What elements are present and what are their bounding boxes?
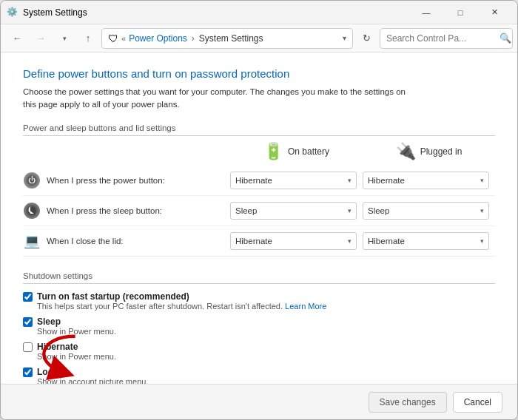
power-plugged-cell: Hibernate ▾ bbox=[363, 172, 495, 189]
sleep-button-label-cell: ⏾ When I press the sleep button: bbox=[23, 202, 230, 220]
grid-header-battery: 🔋 On battery bbox=[230, 142, 363, 161]
window-controls: — □ ✕ bbox=[409, 1, 511, 24]
dropdown-button[interactable]: ▾ bbox=[54, 28, 75, 49]
address-bar[interactable]: 🛡 « Power Options › System Settings ▾ bbox=[101, 28, 353, 49]
refresh-button[interactable]: ↻ bbox=[356, 28, 377, 49]
lock-checkbox[interactable] bbox=[23, 368, 33, 377]
breadcrumb-power-options[interactable]: Power Options bbox=[129, 33, 187, 44]
power-battery-dropdown[interactable]: Hibernate ▾ bbox=[230, 172, 357, 189]
power-battery-value: Hibernate bbox=[235, 176, 272, 185]
power-plugged-chevron-icon: ▾ bbox=[480, 177, 484, 184]
lock-item: Lock Show in account picture menu. bbox=[23, 367, 495, 385]
minimize-button[interactable]: — bbox=[409, 1, 443, 24]
breadcrumb-separator: › bbox=[192, 33, 195, 44]
shutdown-section: Shutdown settings Turn on fast startup (… bbox=[23, 271, 495, 385]
page-title: Define power buttons and turn on passwor… bbox=[23, 67, 495, 80]
sleep-item: Sleep Show in Power menu. bbox=[23, 316, 495, 336]
sleep-button-row: ⏾ When I press the sleep button: Sleep ▾… bbox=[23, 196, 495, 226]
power-battery-cell: Hibernate ▾ bbox=[230, 172, 363, 189]
power-button-label: When I press the power button: bbox=[47, 176, 165, 185]
power-button-dropdowns: Hibernate ▾ Hibernate ▾ bbox=[230, 172, 495, 189]
search-input[interactable] bbox=[380, 28, 513, 49]
plugged-icon: 🔌 bbox=[396, 142, 416, 161]
close-button[interactable]: ✕ bbox=[477, 1, 511, 24]
back-button[interactable]: ← bbox=[7, 28, 27, 49]
sleep-battery-cell: Sleep ▾ bbox=[230, 202, 363, 220]
hibernate-label: Hibernate bbox=[37, 342, 116, 352]
save-changes-button[interactable]: Save changes bbox=[369, 392, 447, 413]
power-section-header: Power and sleep buttons and lid settings bbox=[23, 123, 495, 136]
hibernate-item: Hibernate Show in Power menu. bbox=[23, 342, 495, 361]
lock-label: Lock bbox=[37, 367, 148, 377]
power-plugged-dropdown[interactable]: Hibernate ▾ bbox=[363, 172, 489, 189]
main-window: ⚙️ System Settings — □ ✕ ← → ▾ ↑ 🛡 « Pow… bbox=[0, 0, 518, 420]
sleep-button-icon: ⏾ bbox=[23, 202, 41, 220]
power-button-row: ⏻ When I press the power button: Hiberna… bbox=[23, 166, 495, 196]
fast-startup-item: Turn on fast startup (recommended) This … bbox=[23, 291, 495, 311]
lock-sublabel: Show in account picture menu. bbox=[37, 377, 148, 385]
sleep-plugged-value: Sleep bbox=[368, 206, 389, 215]
lid-dropdowns: Hibernate ▾ Hibernate ▾ bbox=[230, 232, 495, 250]
cancel-button[interactable]: Cancel bbox=[453, 392, 502, 413]
lid-battery-dropdown[interactable]: Hibernate ▾ bbox=[230, 232, 357, 250]
title-bar: ⚙️ System Settings — □ ✕ bbox=[1, 1, 517, 24]
sleep-button-dropdowns: Sleep ▾ Sleep ▾ bbox=[230, 202, 495, 220]
lid-battery-cell: Hibernate ▾ bbox=[230, 232, 363, 250]
window-title: System Settings bbox=[23, 7, 409, 18]
hibernate-sublabel: Show in Power menu. bbox=[37, 352, 116, 361]
sleep-plugged-dropdown[interactable]: Sleep ▾ bbox=[363, 202, 489, 220]
grid-header-plugged: 🔌 Plugged in bbox=[363, 142, 495, 161]
learn-more-link[interactable]: Learn More bbox=[285, 302, 326, 311]
power-plugged-value: Hibernate bbox=[368, 176, 405, 185]
sleep-sublabel: Show in Power menu. bbox=[37, 327, 116, 336]
sleep-plugged-cell: Sleep ▾ bbox=[363, 202, 495, 220]
address-chevron-icon: ▾ bbox=[343, 34, 346, 42]
breadcrumb-icon: 🛡 bbox=[108, 33, 118, 44]
lid-label: When I close the lid: bbox=[47, 237, 124, 245]
sleep-checkbox[interactable] bbox=[23, 317, 33, 327]
sleep-text: Sleep Show in Power menu. bbox=[37, 316, 116, 336]
fast-startup-label: Turn on fast startup (recommended) bbox=[37, 291, 326, 302]
battery-icon: 🔋 bbox=[263, 142, 283, 161]
forward-button[interactable]: → bbox=[30, 28, 51, 49]
lid-plugged-chevron-icon: ▾ bbox=[480, 237, 484, 245]
lid-row: 💻 When I close the lid: Hibernate ▾ Hibe… bbox=[23, 226, 495, 257]
sleep-label: Sleep bbox=[37, 316, 116, 327]
lid-label-cell: 💻 When I close the lid: bbox=[23, 232, 230, 250]
power-button-label-cell: ⏻ When I press the power button: bbox=[23, 172, 230, 189]
lid-plugged-cell: Hibernate ▾ bbox=[363, 232, 495, 250]
fast-startup-text: Turn on fast startup (recommended) This … bbox=[37, 291, 326, 311]
fast-startup-sublabel: This helps start your PC faster after sh… bbox=[37, 302, 326, 311]
breadcrumb-system-settings: System Settings bbox=[199, 33, 263, 44]
window-icon: ⚙️ bbox=[7, 7, 18, 18]
hibernate-checkbox[interactable] bbox=[23, 342, 33, 352]
power-button-icon: ⏻ bbox=[23, 172, 41, 189]
footer: Save changes Cancel bbox=[1, 384, 517, 419]
lid-battery-value: Hibernate bbox=[235, 237, 272, 245]
lock-text: Lock Show in account picture menu. bbox=[37, 367, 148, 385]
sleep-battery-dropdown[interactable]: Sleep ▾ bbox=[230, 202, 357, 220]
content-area: Define power buttons and turn on passwor… bbox=[1, 52, 517, 384]
shutdown-section-header: Shutdown settings bbox=[23, 271, 495, 284]
fast-startup-checkbox[interactable] bbox=[23, 292, 33, 302]
power-battery-chevron-icon: ▾ bbox=[348, 177, 352, 184]
grid-header-row: 🔋 On battery 🔌 Plugged in bbox=[23, 142, 495, 161]
plugged-label: Plugged in bbox=[420, 146, 462, 157]
grid-label-spacer bbox=[23, 142, 230, 161]
lid-plugged-value: Hibernate bbox=[368, 237, 405, 245]
power-settings-grid: 🔋 On battery 🔌 Plugged in ⏻ When I press… bbox=[23, 142, 495, 257]
sleep-plugged-chevron-icon: ▾ bbox=[480, 207, 484, 214]
lid-plugged-dropdown[interactable]: Hibernate ▾ bbox=[363, 232, 489, 250]
hibernate-text: Hibernate Show in Power menu. bbox=[37, 342, 116, 361]
lid-battery-chevron-icon: ▾ bbox=[348, 237, 352, 245]
page-description: Choose the power settings that you want … bbox=[23, 86, 408, 112]
breadcrumb-prefix: « bbox=[121, 34, 126, 43]
nav-bar: ← → ▾ ↑ 🛡 « Power Options › System Setti… bbox=[1, 24, 517, 52]
battery-label: On battery bbox=[288, 146, 329, 157]
up-button[interactable]: ↑ bbox=[78, 28, 98, 49]
sleep-battery-chevron-icon: ▾ bbox=[348, 207, 352, 214]
sleep-battery-value: Sleep bbox=[235, 206, 257, 215]
maximize-button[interactable]: □ bbox=[443, 1, 477, 24]
sleep-button-label: When I press the sleep button: bbox=[47, 206, 162, 215]
lid-icon: 💻 bbox=[23, 232, 41, 250]
